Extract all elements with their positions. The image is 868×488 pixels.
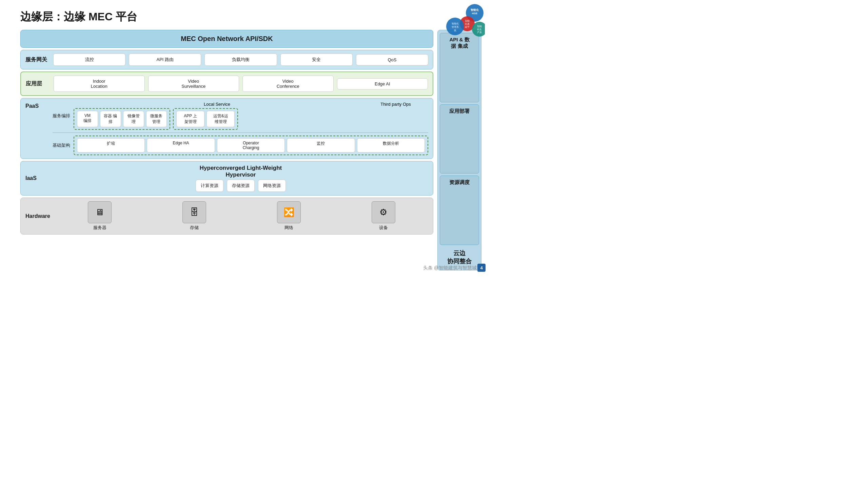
decoration-circles: 智能化 HSE 智能 化基 础平 智能化 管理系 统 智能 化生 产系 ←	[444, 3, 485, 44]
right-box-1: 应用部署	[440, 104, 479, 174]
third-party-title: Third party Ops	[363, 102, 428, 107]
iaas-boxes: 计算资源 存储资源 网络资源	[196, 180, 286, 192]
iaas-item-0: 计算资源	[196, 180, 223, 192]
server-icon: 🖥	[88, 201, 112, 223]
hw-item-0: 🖥 服务器	[55, 201, 145, 231]
local-service-title: Local Service	[74, 102, 360, 107]
hw-item-1: 🗄 存储	[150, 201, 239, 231]
hw-label-3: 设备	[379, 225, 388, 231]
service-orch-label: 服务编排	[53, 113, 71, 119]
svg-text:产系: 产系	[477, 31, 482, 34]
iaas-label: IaaS	[25, 175, 50, 181]
hw-label-0: 服务器	[93, 225, 106, 231]
svg-text:HSE: HSE	[472, 12, 478, 15]
main-container: MEC Open Network API/SDK 服务网关 流控 API 路由 …	[0, 30, 488, 274]
right-box-2: 资源调度	[440, 176, 479, 245]
paas-section: PaaS 服务编排 Local Service Third party Ops	[20, 98, 433, 159]
right-bottom-label: 云边 协同整合	[440, 247, 479, 267]
local-service-dashed: VM 编排 容器 编排 镜像管理 微服务 管理	[74, 108, 170, 130]
infra-item-3: 监控	[287, 138, 355, 152]
hardware-label: Hardware	[25, 213, 50, 219]
infra-item-4: 数据分析	[357, 138, 425, 152]
svg-text:管理系: 管理系	[452, 26, 459, 28]
local-item-2: 镜像管理	[123, 111, 144, 127]
hardware-section: Hardware 🖥 服务器 🗄 存储 🔀 网络 ⚙ 设备	[20, 198, 433, 235]
svg-text:智能: 智能	[477, 25, 482, 27]
sg-item-3: 安全	[280, 54, 353, 66]
local-item-3: 微服务 管理	[146, 111, 167, 127]
left-panel: MEC Open Network API/SDK 服务网关 流控 API 路由 …	[20, 30, 433, 270]
third-item-0: APP 上 架管理	[176, 111, 204, 127]
svg-text:智能化: 智能化	[452, 22, 459, 25]
svg-text:化生: 化生	[477, 28, 482, 30]
paas-label: PaaS	[25, 103, 50, 109]
watermark: 头条 @智能建筑与智慧城市	[423, 265, 481, 271]
sg-item-0: 流控	[53, 54, 125, 66]
sg-item-4: QoS	[356, 54, 428, 65]
app-item-3: Edge AI	[337, 78, 428, 89]
storage-icon: 🗄	[182, 201, 206, 223]
infra-dashed: 扩缩 Edge HA Operator Charging 监控 数据分析	[74, 136, 428, 155]
infra-item-1: Edge HA	[147, 138, 215, 152]
hw-label-2: 网络	[284, 225, 293, 231]
app-item-0: Indoor Location	[54, 76, 145, 92]
local-item-1: 容器 编排	[100, 111, 121, 127]
app-layer-label: 应用层	[26, 80, 50, 87]
service-gateway-label: 服务网关	[25, 56, 50, 63]
app-item-1: Video Surveillance	[148, 76, 239, 92]
page-title: 边缘层：边缘 MEC 平台	[0, 0, 488, 30]
paas-divider	[53, 133, 428, 133]
iaas-section: IaaS Hyperconverged Light-Weight Hypervi…	[20, 161, 433, 196]
svg-text:化基: 化基	[465, 23, 470, 25]
third-item-1: 运营&运 维管理	[206, 111, 235, 127]
sg-item-1: API 路由	[129, 54, 201, 66]
svg-text:础平: 础平	[465, 26, 470, 28]
page-number: 4	[477, 264, 486, 272]
iaas-item-2: 网络资源	[258, 180, 286, 192]
iaas-center: Hyperconverged Light-Weight Hypervisor 计…	[53, 165, 428, 192]
svg-text:智能化: 智能化	[470, 8, 479, 12]
local-item-0: VM 编排	[77, 111, 98, 127]
device-icon: ⚙	[372, 201, 395, 223]
hw-label-1: 存储	[190, 225, 199, 231]
hw-item-3: ⚙ 设备	[338, 201, 428, 231]
hyperconverged-title: Hyperconverged Light-Weight Hypervisor	[200, 165, 282, 178]
app-item-2: Video Conference	[242, 76, 334, 92]
infra-item-0: 扩缩	[77, 138, 145, 152]
hw-item-2: 🔀 网络	[244, 201, 334, 231]
svg-text:←: ←	[462, 18, 467, 23]
mec-bar: MEC Open Network API/SDK	[20, 30, 433, 48]
svg-text:统: 统	[454, 29, 456, 32]
third-party-dashed: APP 上 架管理 运营&运 维管理	[173, 108, 238, 130]
iaas-item-1: 存储资源	[227, 180, 255, 192]
right-panel: API & 数 据 集成 应用部署 资源调度 云边 协同整合	[437, 30, 481, 270]
sg-item-2: 负载均衡	[204, 54, 277, 66]
network-icon: 🔀	[277, 201, 301, 223]
infra-item-2: Operator Charging	[217, 138, 285, 152]
app-layer-row: 应用层 Indoor Location Video Surveillance V…	[20, 72, 433, 96]
infra-label: 基础架构	[53, 142, 71, 148]
service-gateway-row: 服务网关 流控 API 路由 负载均衡 安全 QoS	[20, 50, 433, 69]
